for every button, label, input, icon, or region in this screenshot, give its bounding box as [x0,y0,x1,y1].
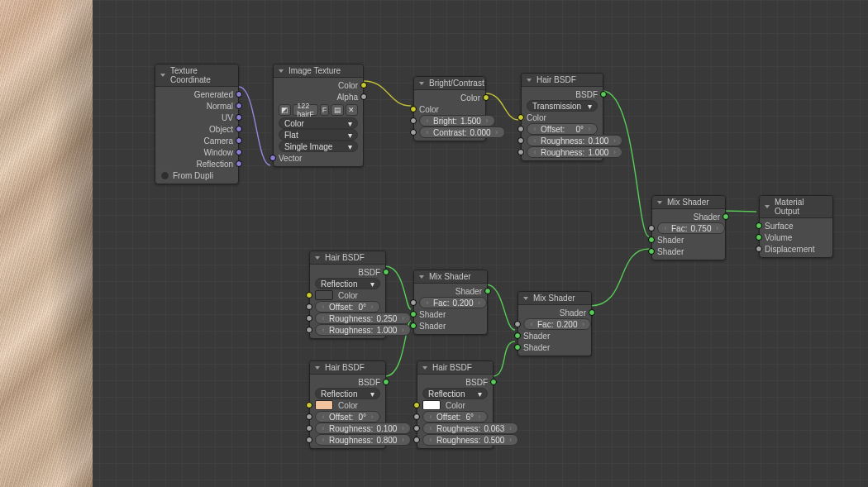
socket-in-fac[interactable] [648,225,655,232]
collapse-icon[interactable] [315,366,320,370]
node-hair-bsdf-reflection-3[interactable]: Hair BSDF BSDF Reflection▾ Color ‹Offset… [417,360,494,449]
socket-in-shader-2[interactable] [410,322,417,329]
offset-field[interactable]: ‹Offset:6°› [422,411,488,423]
socket-in-offset[interactable] [306,413,312,420]
image-unlink-icon[interactable]: ✕ [346,104,358,116]
socket-in-roughness-u[interactable] [306,315,312,322]
node-header[interactable]: Mix Shader [414,270,487,284]
image-fake-user-button[interactable]: F [320,104,330,116]
socket-in-fac[interactable] [514,321,521,327]
socket-in-bright[interactable] [410,117,417,124]
collapse-icon[interactable] [527,79,532,82]
socket-out-uv[interactable] [236,114,242,121]
roughness-u-field[interactable]: ‹Roughness:0.100› [527,135,622,146]
socket-out-alpha[interactable] [360,93,367,100]
fac-field[interactable]: ‹Fac:0.750› [657,222,725,234]
node-mix-shader-2[interactable]: Mix Shader Shader ‹Fac:0.200› Shader Sha… [517,291,592,356]
image-name-field[interactable]: 122 hairF [293,104,318,116]
collapse-icon[interactable] [160,74,165,77]
socket-in-roughness-v[interactable] [517,149,524,155]
node-header[interactable]: Material Output [760,196,832,218]
socket-in-color[interactable] [306,402,312,408]
node-header[interactable]: Bright/Contrast [414,77,485,90]
contrast-field[interactable]: ‹Contrast:0.000› [419,127,505,138]
socket-out-shader[interactable] [723,213,729,220]
node-header[interactable]: Mix Shader [652,196,725,209]
socket-in-roughness-u[interactable] [517,137,524,144]
projection-select[interactable]: Flat▾ [279,129,358,141]
component-select[interactable]: Reflection▾ [422,388,488,399]
node-header[interactable]: Hair BSDF [310,361,385,375]
node-hair-bsdf-reflection-2[interactable]: Hair BSDF BSDF Reflection▾ Color ‹Offset… [309,360,386,449]
socket-in-shader-2[interactable] [648,248,655,255]
offset-field[interactable]: ‹Offset:0°› [315,301,380,313]
roughness-u-field[interactable]: ‹Roughness:0.250› [315,313,411,324]
collapse-icon[interactable] [315,256,320,260]
node-hair-bsdf-reflection-1[interactable]: Hair BSDF BSDF Reflection▾ Color ‹Offset… [309,251,386,339]
bright-field[interactable]: ‹Bright:1.500› [419,115,495,127]
collapse-icon[interactable] [523,297,528,300]
socket-out-normal[interactable] [236,103,242,109]
component-select[interactable]: Transmission▾ [527,100,598,112]
collapse-icon[interactable] [419,82,424,85]
color-swatch[interactable] [422,400,441,410]
image-browse-icon[interactable]: ◩ [279,104,291,116]
image-source-select[interactable]: Single Image▾ [279,141,358,152]
fac-field[interactable]: ‹Fac:0.200› [523,318,591,330]
node-header[interactable]: Mix Shader [518,292,591,305]
component-select[interactable]: Reflection▾ [315,388,380,399]
node-texture-coordinate[interactable]: Texture Coordinate Generated Normal UV O… [155,64,239,184]
roughness-v-field[interactable]: ‹Roughness:0.500› [422,434,518,446]
node-header[interactable]: Texture Coordinate [155,64,238,87]
node-header[interactable]: Hair BSDF [417,361,493,375]
fac-field[interactable]: ‹Fac:0.200› [419,297,487,308]
roughness-v-field[interactable]: ‹Roughness:0.800› [315,434,411,446]
socket-out-window[interactable] [236,149,242,155]
color-swatch[interactable] [315,400,333,410]
socket-in-color[interactable] [413,402,420,408]
socket-in-vector[interactable] [269,155,276,161]
node-header[interactable]: Hair BSDF [310,251,385,265]
socket-in-roughness-v[interactable] [306,327,312,333]
offset-field[interactable]: ‹Offset:0°› [527,123,598,135]
socket-in-displacement[interactable] [756,246,762,252]
color-swatch[interactable] [315,290,333,300]
socket-in-roughness-v[interactable] [413,437,420,443]
node-mix-shader-3[interactable]: Mix Shader Shader ‹Fac:0.750› Shader Sha… [651,195,726,260]
image-open-icon[interactable]: ▤ [331,104,343,116]
roughness-v-field[interactable]: ‹Roughness:1.000› [315,324,411,336]
socket-out-camera[interactable] [236,137,242,144]
socket-in-contrast[interactable] [410,129,417,136]
socket-in-color[interactable] [410,106,417,112]
socket-out-color[interactable] [360,82,367,88]
socket-out-color[interactable] [483,94,489,101]
socket-out-generated[interactable] [236,91,242,98]
socket-out-shader[interactable] [589,309,595,316]
socket-in-color[interactable] [306,292,312,298]
socket-in-offset[interactable] [517,126,524,132]
socket-in-surface[interactable] [756,222,762,229]
socket-out-bsdf[interactable] [383,269,389,275]
offset-field[interactable]: ‹Offset:0°› [315,411,380,423]
socket-in-roughness-u[interactable] [413,425,420,432]
socket-out-object[interactable] [236,126,242,132]
node-material-output[interactable]: Material Output Surface Volume Displacem… [759,195,833,258]
socket-in-roughness-v[interactable] [306,437,312,443]
node-hair-bsdf-transmission[interactable]: Hair BSDF BSDF Transmission▾ Color ‹Offs… [521,73,603,161]
roughness-u-field[interactable]: ‹Roughness:0.100› [315,423,411,434]
socket-out-bsdf[interactable] [383,379,389,385]
socket-in-shader-1[interactable] [514,332,521,339]
collapse-icon[interactable] [422,366,427,370]
node-mix-shader-1[interactable]: Mix Shader Shader ‹Fac:0.200› Shader Sha… [413,270,488,335]
node-image-texture[interactable]: Image Texture Color Alpha ◩ 122 hairF F … [273,64,364,167]
node-bright-contrast[interactable]: Bright/Contrast Color Color ‹Bright:1.50… [413,76,486,141]
component-select[interactable]: Reflection▾ [315,278,380,289]
collapse-icon[interactable] [419,275,424,279]
socket-in-shader-1[interactable] [648,236,655,243]
collapse-icon[interactable] [765,205,770,208]
collapse-icon[interactable] [279,69,284,73]
socket-in-volume[interactable] [756,234,762,241]
socket-in-color[interactable] [517,114,524,121]
node-header[interactable]: Image Texture [274,64,363,78]
color-space-select[interactable]: Color▾ [279,117,358,129]
